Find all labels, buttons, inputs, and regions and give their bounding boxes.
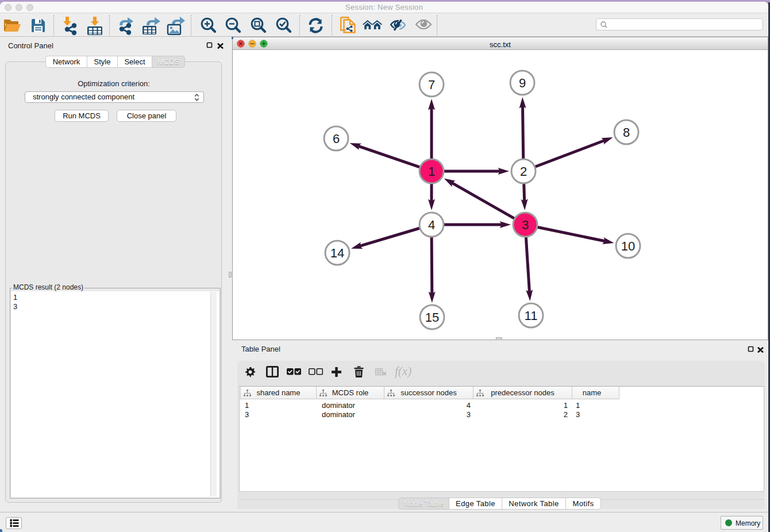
svg-text:2: 2 [520,164,527,179]
svg-text:9: 9 [519,76,526,90]
svg-text:6: 6 [333,132,340,146]
svg-text:11: 11 [525,309,538,323]
svg-text:1: 1 [428,164,435,179]
svg-text:3: 3 [522,218,529,232]
svg-text:14: 14 [330,246,344,260]
svg-text:8: 8 [623,125,630,140]
svg-text:15: 15 [425,310,439,325]
svg-text:10: 10 [621,239,635,253]
svg-text:7: 7 [428,78,435,92]
svg-text:4: 4 [428,218,435,232]
